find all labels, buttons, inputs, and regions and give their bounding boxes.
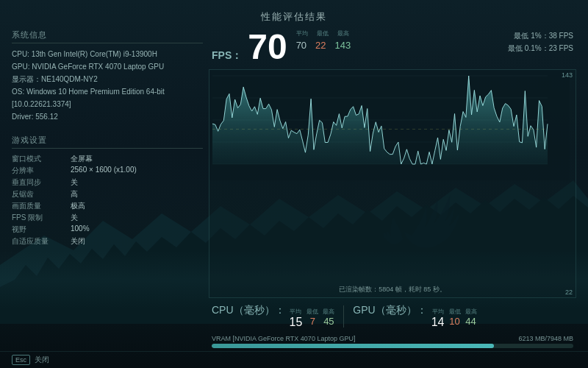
setting-label: 画面质量 <box>12 200 71 212</box>
fps-high-label: 最高 <box>337 29 349 38</box>
system-info-title: 系统信息 <box>12 29 203 43</box>
settings-row: 视野100% <box>12 224 203 236</box>
cpu-info: CPU: 13th Gen Intel(R) Core(TM) i9-13900… <box>12 48 203 60</box>
setting-label: 反锯齿 <box>12 188 71 200</box>
cpu-stats: CPU（毫秒）： 平均 15 最低 7 最高 45 <box>212 304 334 329</box>
fps-high-value: 143 <box>335 40 351 51</box>
setting-value: 2560 × 1600 (x1.00) <box>71 165 203 177</box>
render-info: 已渲染帧数：5804 帧，耗时 85 秒。 <box>339 285 446 294</box>
gpu-high-value: 44 <box>465 316 476 327</box>
gpu-avg-value: 14 <box>431 316 445 329</box>
setting-label: 分辨率 <box>12 165 71 177</box>
vram-bar-fill <box>212 344 494 348</box>
setting-label: FPS 限制 <box>12 212 71 224</box>
settings-row: 自适应质量关闭 <box>12 236 203 247</box>
setting-value: 关 <box>71 177 203 188</box>
fps-low1-label: 最低 1%： <box>514 32 548 40</box>
setting-value: 全屏幕 <box>71 153 203 165</box>
vram-label: VRAM [NVIDIA GeForce RTX 4070 Laptop GPU… <box>212 335 355 342</box>
cpu-low-label: 最低 <box>306 308 318 316</box>
cpu-high-value: 45 <box>323 316 334 327</box>
gpu-high-label: 最高 <box>465 308 477 316</box>
close-label[interactable]: 关闭 <box>35 355 49 365</box>
fps-main: FPS： 70 <box>212 29 287 65</box>
settings-table: 窗口模式全屏幕分辨率2560 × 1600 (x1.00)垂直同步关反锯齿高画面… <box>12 153 203 247</box>
fps-low-value: 22 <box>315 40 326 51</box>
right-panel: FPS： 70 平均 最低 最高 70 22 <box>209 29 576 351</box>
setting-value: 极高 <box>71 200 203 212</box>
game-settings-section: 游戏设置 窗口模式全屏幕分辨率2560 × 1600 (x1.00)垂直同步关反… <box>12 135 203 247</box>
driver-info: Driver: 556.12 <box>12 110 203 123</box>
os-info: OS: Windows 10 Home Premium Edition 64-b… <box>12 85 203 110</box>
fps-label: FPS： <box>212 49 242 63</box>
setting-label: 窗口模式 <box>12 153 71 165</box>
page-title: 性能评估结果 <box>0 7 588 29</box>
chart-label-bottom: 22 <box>565 289 573 296</box>
gpu-low-label: 最低 <box>449 308 461 316</box>
cpu-high-label: 最高 <box>323 308 334 316</box>
setting-value: 高 <box>71 188 203 200</box>
fps-chart: 143 22 已渲染帧数：5804 帧，耗时 85 秒。 <box>209 69 576 298</box>
settings-row: FPS 限制关 <box>12 212 203 224</box>
setting-label: 自适应质量 <box>12 236 71 247</box>
footer: Esc 关闭 <box>0 351 588 368</box>
settings-row: 分辨率2560 × 1600 (x1.00) <box>12 165 203 177</box>
esc-badge[interactable]: Esc <box>12 355 30 365</box>
cpu-low-value: 7 <box>310 316 315 327</box>
fps-avg-label: 平均 <box>296 29 308 38</box>
gpu-low-value: 10 <box>449 316 459 327</box>
chart-label-top: 143 <box>562 71 573 79</box>
vram-bar-bg <box>212 344 573 348</box>
system-info-section: 系统信息 CPU: 13th Gen Intel(R) Core(TM) i9-… <box>12 29 203 123</box>
settings-row: 画面质量极高 <box>12 200 203 212</box>
cpu-label: CPU（毫秒）： <box>212 304 285 317</box>
setting-value: 100% <box>71 224 203 236</box>
left-panel: 系统信息 CPU: 13th Gen Intel(R) Core(TM) i9-… <box>12 29 203 351</box>
fps-percentile-stats: 最低 1%：38 FPS 最低 0.1%：23 FPS <box>508 29 573 54</box>
fps-low01-value: 23 FPS <box>549 44 573 52</box>
cpu-avg-value: 15 <box>290 316 303 329</box>
fps-low-label: 最低 <box>317 29 329 38</box>
vram-usage: 6213 MB/7948 MB <box>518 335 573 342</box>
fps-stats: FPS： 70 平均 最低 最高 70 22 <box>209 29 576 65</box>
fps-avg-sub: 70 <box>296 40 306 51</box>
system-info-content: CPU: 13th Gen Intel(R) Core(TM) i9-13900… <box>12 48 203 123</box>
setting-value: 关闭 <box>71 236 203 247</box>
setting-value: 关 <box>71 212 203 224</box>
fps-avg-value: 70 <box>248 29 287 65</box>
setting-label: 视野 <box>12 224 71 236</box>
vram-section: VRAM [NVIDIA GeForce RTX 4070 Laptop GPU… <box>209 335 576 348</box>
fps-low1-value: 38 FPS <box>549 32 573 40</box>
gpu-stats: GPU（毫秒）： 平均 14 最低 10 最高 44 <box>353 304 476 329</box>
setting-label: 垂直同步 <box>12 177 71 188</box>
bottom-stats: CPU（毫秒）： 平均 15 最低 7 最高 45 <box>209 302 576 330</box>
game-settings-title: 游戏设置 <box>12 135 203 149</box>
display-info: 显示器：NE140QDM-NY2 <box>12 73 203 85</box>
cpu-avg-label: 平均 <box>290 308 301 316</box>
gpu-info: GPU: NVIDIA GeForce RTX 4070 Laptop GPU <box>12 60 203 73</box>
gpu-label: GPU（毫秒）： <box>353 304 426 317</box>
gpu-avg-label: 平均 <box>432 308 444 316</box>
settings-row: 反锯齿高 <box>12 188 203 200</box>
settings-row: 窗口模式全屏幕 <box>12 153 203 165</box>
settings-row: 垂直同步关 <box>12 177 203 188</box>
fps-low01-label: 最低 0.1%： <box>508 44 549 52</box>
